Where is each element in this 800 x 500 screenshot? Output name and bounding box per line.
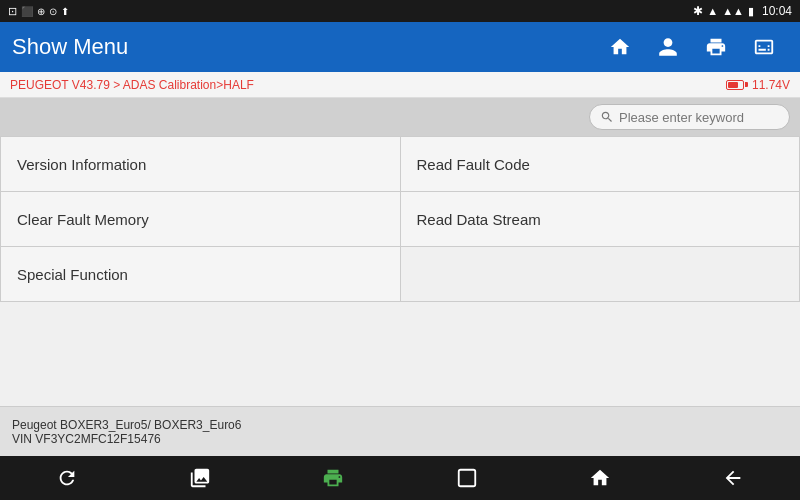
home-nav-icon (589, 467, 611, 489)
vehicle-model: Peugeot BOXER3_Euro5/ BOXER3_Euro6 (12, 418, 788, 432)
status-icon-4: ⊙ (49, 6, 57, 17)
printer-nav-icon (322, 467, 344, 489)
printer-nav-button[interactable] (309, 456, 357, 500)
menu-item-special-function[interactable]: Special Function (1, 247, 401, 302)
menu-item-version-info[interactable]: Version Information (1, 137, 401, 192)
android-nav-bar (0, 456, 800, 500)
back-nav-button[interactable] (709, 456, 757, 500)
content-space (0, 302, 800, 406)
refresh-nav-button[interactable] (43, 456, 91, 500)
card-icon (753, 36, 775, 58)
status-icon-5: ⬆ (61, 6, 69, 17)
menu-item-clear-fault-memory[interactable]: Clear Fault Memory (1, 192, 401, 247)
battery-icon (726, 80, 748, 90)
signal-status-icon: ▲▲ (722, 5, 744, 17)
header-title: Show Menu (12, 34, 596, 60)
status-bar: ⊡ ⬛ ⊕ ⊙ ⬆ ✱ ▲ ▲▲ ▮ 10:04 (0, 0, 800, 22)
search-icon (600, 110, 614, 124)
menu-item-read-fault-code[interactable]: Read Fault Code (401, 137, 801, 192)
search-input-wrapper[interactable] (589, 104, 790, 130)
svg-rect-0 (458, 470, 475, 487)
battery-voltage: 11.74V (752, 78, 790, 92)
user-icon (657, 36, 679, 58)
battery-indicator: 11.74V (726, 78, 790, 92)
card-header-button[interactable] (740, 22, 788, 72)
home-icon (609, 36, 631, 58)
square-nav-icon (456, 467, 478, 489)
print-icon (705, 36, 727, 58)
status-right-icons: ✱ ▲ ▲▲ ▮ 10:04 (693, 4, 792, 18)
header: Show Menu (0, 22, 800, 72)
menu-grid: Version Information Read Fault Code Clea… (0, 136, 800, 302)
content-area: Version Information Read Fault Code Clea… (0, 136, 800, 406)
home-nav-button[interactable] (576, 456, 624, 500)
search-bar (0, 98, 800, 136)
print-header-button[interactable] (692, 22, 740, 72)
breadcrumb-text: PEUGEOT V43.79 > ADAS Calibration>HALF (10, 78, 254, 92)
status-left-icons: ⊡ ⬛ ⊕ ⊙ ⬆ (8, 5, 69, 18)
breadcrumb-bar: PEUGEOT V43.79 > ADAS Calibration>HALF 1… (0, 72, 800, 98)
search-input[interactable] (619, 110, 779, 125)
square-nav-button[interactable] (443, 456, 491, 500)
gallery-icon (189, 467, 211, 489)
status-icon-2: ⬛ (21, 6, 33, 17)
menu-item-read-data-stream[interactable]: Read Data Stream (401, 192, 801, 247)
home-header-button[interactable] (596, 22, 644, 72)
gallery-nav-button[interactable] (176, 456, 224, 500)
bluetooth-status-icon: ✱ (693, 4, 703, 18)
bottom-info-bar: Peugeot BOXER3_Euro5/ BOXER3_Euro6 VIN V… (0, 406, 800, 456)
clock: 10:04 (762, 4, 792, 18)
user-header-button[interactable] (644, 22, 692, 72)
status-icon-1: ⊡ (8, 5, 17, 18)
battery-status-icon: ▮ (748, 5, 754, 18)
wifi-status-icon: ▲ (707, 5, 718, 17)
status-icon-3: ⊕ (37, 6, 45, 17)
back-nav-icon (722, 467, 744, 489)
refresh-icon (56, 467, 78, 489)
vehicle-vin: VIN VF3YC2MFC12F15476 (12, 432, 788, 446)
menu-item-empty (401, 247, 801, 302)
